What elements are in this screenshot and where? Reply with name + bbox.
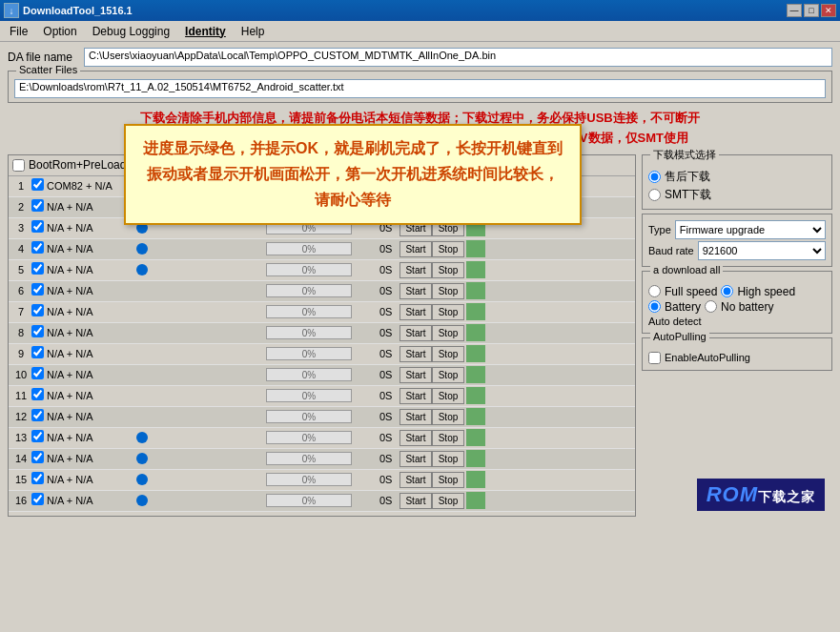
row-checkbox[interactable] [31,388,44,400]
high-speed-radio[interactable] [721,285,733,297]
stop-button[interactable]: Stop [432,472,464,488]
row-dot [136,495,148,506]
table-row: 8N/A + N/A0%0SStartStop [9,323,635,344]
stop-button[interactable]: Stop [432,451,464,467]
select-all-checkbox[interactable] [12,159,25,172]
row-name: N/A + N/A [47,495,133,506]
rom-suffix: 下载之家 [758,489,815,504]
scatter-file-input[interactable]: E:\Downloads\rom\R7t_11_A.02_150514\MT67… [14,79,826,98]
enable-auto-pulling-checkbox[interactable] [648,352,661,364]
speed-row: Full speed High speed [648,285,826,298]
row-size: 0 [352,327,385,338]
row-num: 13 [10,432,31,443]
logo-area: ROM下载之家 [642,375,832,517]
row-green-bar [466,303,485,320]
start-button[interactable]: Start [400,493,432,509]
row-green-bar [466,471,485,488]
stop-button[interactable]: Stop [432,262,464,278]
start-button[interactable]: Start [400,409,432,425]
row-green-bar [466,240,485,257]
row-checkbox[interactable] [31,220,44,233]
row-checkbox[interactable] [31,241,44,254]
auto-pulling-title: AutoPulling [650,331,709,342]
start-button[interactable]: Start [400,325,432,341]
stop-button[interactable]: Stop [432,325,464,341]
row-progress: 0% [266,389,352,402]
row-checkbox[interactable] [31,325,44,337]
start-button[interactable]: Start [400,451,432,467]
no-battery-radio[interactable] [705,300,717,313]
row-progress: 0% [266,347,352,360]
stop-button[interactable]: Stop [432,283,464,299]
row-checkbox[interactable] [31,367,44,379]
row-checkbox[interactable] [31,409,44,421]
row-green-bar [466,345,485,362]
stop-button[interactable]: Stop [432,241,464,257]
row-size: 0 [352,306,385,317]
app-icon: ↓ [4,3,19,18]
row-green-bar [466,282,485,299]
start-button[interactable]: Start [400,346,432,362]
row-checkbox[interactable] [31,493,44,505]
row-checkbox[interactable] [31,199,44,212]
start-button[interactable]: Start [400,367,432,383]
start-button[interactable]: Start [400,304,432,320]
row-checkbox[interactable] [31,304,44,316]
battery-radio[interactable] [648,300,661,313]
row-checkbox[interactable] [31,346,44,358]
close-button[interactable]: ✕ [821,4,836,17]
row-unit: S [385,432,400,443]
baud-select[interactable]: 921600 [698,241,826,260]
start-button[interactable]: Start [400,472,432,488]
table-row: 10N/A + N/A0%0SStartStop [9,365,635,386]
row-name: N/A + N/A [47,243,133,255]
full-speed-radio[interactable] [648,285,661,297]
stop-button[interactable]: Stop [432,388,464,404]
table-row: 16N/A + N/A0%0SStartStop [9,491,635,512]
start-button[interactable]: Start [400,241,432,257]
table-row: 11N/A + N/A0%0SStartStop [9,386,635,407]
minimize-button[interactable]: — [787,4,802,17]
start-button[interactable]: Start [400,262,432,278]
row-size: 0 [352,474,385,485]
row-progress: 0% [266,452,352,465]
radio-smt-input[interactable] [648,189,661,201]
stop-button[interactable]: Stop [432,367,464,383]
row-checkbox[interactable] [31,262,44,275]
type-baud-group: Type Firmware upgrade Baud rate 921600 [642,214,832,267]
stop-button[interactable]: Stop [432,304,464,320]
stop-button[interactable]: Stop [432,493,464,509]
start-button[interactable]: Start [400,283,432,299]
menu-option[interactable]: Option [35,23,84,40]
table-row: 6N/A + N/A0%0SStartStop [9,281,635,302]
da-file-input[interactable]: C:\Users\xiaoyuan\AppData\Local\Temp\OPP… [84,48,832,67]
menu-identity[interactable]: Identity [177,23,234,40]
radio-after-sales-input[interactable] [648,171,661,183]
table-row: 5N/A + N/A0%0SStartStop [9,260,635,281]
table-row: 15N/A + N/A0%0SStartStop [9,470,635,491]
start-button[interactable]: Start [400,388,432,404]
menu-file[interactable]: File [2,23,35,40]
menu-debug-logging[interactable]: Debug Logging [85,23,177,40]
titlebar-controls[interactable]: — □ ✕ [787,4,836,17]
row-checkbox[interactable] [31,430,44,442]
row-name: N/A + N/A [47,306,133,317]
row-num: 11 [10,390,31,401]
radio-after-sales-label: 售后下载 [665,169,710,185]
menu-help[interactable]: Help [234,23,273,40]
row-num: 4 [10,243,31,255]
stop-button[interactable]: Stop [432,409,464,425]
row-progress: 0% [266,326,352,339]
type-select[interactable]: Firmware upgrade [675,220,826,239]
row-checkbox[interactable] [31,178,44,191]
row-checkbox[interactable] [31,472,44,484]
start-button[interactable]: Start [400,430,432,446]
auto-detect-label: Auto detect [648,316,702,327]
row-unit: S [385,453,400,464]
maximize-button[interactable]: □ [804,4,819,17]
row-checkbox[interactable] [31,283,44,296]
row-progress: 0% [266,284,352,297]
row-checkbox[interactable] [31,451,44,463]
stop-button[interactable]: Stop [432,430,464,446]
stop-button[interactable]: Stop [432,346,464,362]
